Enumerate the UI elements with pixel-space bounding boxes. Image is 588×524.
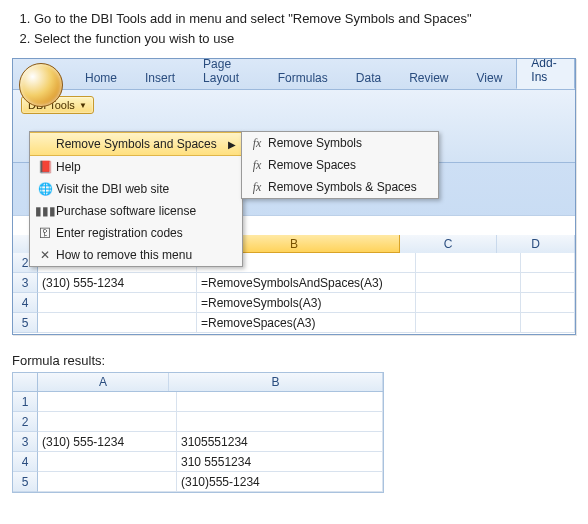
submenu-item-label: Remove Spaces bbox=[268, 158, 356, 172]
row-header[interactable]: 4 bbox=[13, 452, 38, 472]
cell[interactable] bbox=[521, 253, 575, 273]
tab-insert[interactable]: Insert bbox=[131, 66, 189, 89]
cell[interactable]: (310)555-1234 bbox=[177, 472, 383, 492]
instruction-step-1: Go to the DBI Tools add in menu and sele… bbox=[34, 10, 576, 28]
cell[interactable] bbox=[38, 452, 177, 472]
cell[interactable]: (310) 555-1234 bbox=[38, 273, 197, 293]
tab-review[interactable]: Review bbox=[395, 66, 462, 89]
submenu-remove-spaces[interactable]: fx Remove Spaces bbox=[242, 154, 438, 176]
instruction-step-2: Select the function you wish to use bbox=[34, 30, 576, 48]
cell[interactable] bbox=[521, 273, 575, 293]
col-header-c[interactable]: C bbox=[400, 235, 497, 253]
table-row: 4 =RemoveSymbols(A3) bbox=[13, 293, 575, 313]
submenu-item-label: Remove Symbols bbox=[268, 136, 362, 150]
cell[interactable] bbox=[38, 313, 197, 333]
cell[interactable]: 310 5551234 bbox=[177, 452, 383, 472]
tab-data[interactable]: Data bbox=[342, 66, 395, 89]
menu-item-label: Remove Symbols and Spaces bbox=[56, 137, 217, 151]
results-heading: Formula results: bbox=[12, 353, 576, 368]
table-row: 1 bbox=[13, 392, 383, 412]
tab-view[interactable]: View bbox=[463, 66, 517, 89]
menu-remove-symbols-spaces[interactable]: Remove Symbols and Spaces ▶ bbox=[30, 132, 242, 156]
menu-enter-codes[interactable]: ⚿ Enter registration codes bbox=[30, 222, 242, 244]
close-icon: ✕ bbox=[34, 248, 56, 262]
table-row: 2 bbox=[13, 412, 383, 432]
globe-icon: 🌐 bbox=[34, 182, 56, 196]
submenu-remove-symbols[interactable]: fx Remove Symbols bbox=[242, 132, 438, 154]
fx-icon: fx bbox=[246, 136, 268, 151]
remove-submenu: fx Remove Symbols fx Remove Spaces fx Re… bbox=[241, 131, 439, 199]
column-headers: A B bbox=[13, 373, 383, 392]
cell[interactable] bbox=[177, 412, 383, 432]
fx-icon: fx bbox=[246, 158, 268, 173]
menu-item-label: Visit the DBI web site bbox=[56, 182, 169, 196]
cell[interactable] bbox=[416, 313, 521, 333]
cell[interactable] bbox=[416, 293, 521, 313]
cell[interactable] bbox=[38, 472, 177, 492]
excel-window: Home Insert Page Layout Formulas Data Re… bbox=[12, 58, 576, 335]
cell[interactable]: (310) 555-1234 bbox=[38, 432, 177, 452]
col-header-d[interactable]: D bbox=[497, 235, 575, 253]
cell[interactable] bbox=[416, 273, 521, 293]
row-header[interactable]: 3 bbox=[13, 432, 38, 452]
cell[interactable] bbox=[38, 392, 177, 412]
tab-home[interactable]: Home bbox=[71, 66, 131, 89]
results-grid: A B 1 2 3 (310) 555-1234 3105551234 4 31… bbox=[12, 372, 384, 493]
row-header[interactable]: 4 bbox=[13, 293, 38, 313]
barcode-icon: ▮▮▮ bbox=[34, 204, 56, 218]
key-icon: ⚿ bbox=[34, 226, 56, 240]
submenu-arrow-icon: ▶ bbox=[228, 139, 236, 150]
cell[interactable] bbox=[38, 412, 177, 432]
cell[interactable]: =RemoveSymbolsAndSpaces(A3) bbox=[197, 273, 416, 293]
table-row: 5 =RemoveSpaces(A3) bbox=[13, 313, 575, 333]
cell[interactable]: 3105551234 bbox=[177, 432, 383, 452]
col-header-a[interactable]: A bbox=[38, 373, 169, 391]
fx-icon: fx bbox=[246, 180, 268, 195]
row-header[interactable]: 5 bbox=[13, 313, 38, 333]
menu-item-label: Help bbox=[56, 160, 81, 174]
tab-page-layout[interactable]: Page Layout bbox=[189, 58, 264, 89]
menu-item-label: Purchase software license bbox=[56, 204, 196, 218]
instructions-list: Go to the DBI Tools add in menu and sele… bbox=[12, 10, 576, 48]
select-all-corner[interactable] bbox=[13, 373, 38, 391]
dbi-tools-menu: Remove Symbols and Spaces ▶ 📕 Help 🌐 Vis… bbox=[29, 131, 243, 267]
ribbon-tabs: Home Insert Page Layout Formulas Data Re… bbox=[13, 59, 575, 90]
chevron-down-icon: ▼ bbox=[79, 101, 87, 110]
cell[interactable] bbox=[177, 392, 383, 412]
row-header[interactable]: 1 bbox=[13, 392, 38, 412]
tab-add-ins[interactable]: Add-Ins bbox=[516, 58, 575, 89]
table-row: 3 (310) 555-1234 3105551234 bbox=[13, 432, 383, 452]
menu-visit-site[interactable]: 🌐 Visit the DBI web site bbox=[30, 178, 242, 200]
cell[interactable] bbox=[521, 293, 575, 313]
submenu-item-label: Remove Symbols & Spaces bbox=[268, 180, 417, 194]
row-header[interactable]: 5 bbox=[13, 472, 38, 492]
submenu-remove-symbols-spaces[interactable]: fx Remove Symbols & Spaces bbox=[242, 176, 438, 198]
menu-how-to-remove[interactable]: ✕ How to remove this menu bbox=[30, 244, 242, 266]
cell[interactable] bbox=[416, 253, 521, 273]
table-row: 5 (310)555-1234 bbox=[13, 472, 383, 492]
cell[interactable] bbox=[521, 313, 575, 333]
table-row: 3 (310) 555-1234 =RemoveSymbolsAndSpaces… bbox=[13, 273, 575, 293]
cell[interactable]: =RemoveSymbols(A3) bbox=[197, 293, 416, 313]
table-row: 4 310 5551234 bbox=[13, 452, 383, 472]
menu-help[interactable]: 📕 Help bbox=[30, 156, 242, 178]
row-header[interactable]: 3 bbox=[13, 273, 38, 293]
menu-purchase[interactable]: ▮▮▮ Purchase software license bbox=[30, 200, 242, 222]
menu-item-label: How to remove this menu bbox=[56, 248, 192, 262]
tab-formulas[interactable]: Formulas bbox=[264, 66, 342, 89]
cell[interactable] bbox=[38, 293, 197, 313]
menu-item-label: Enter registration codes bbox=[56, 226, 183, 240]
help-icon: 📕 bbox=[34, 160, 56, 174]
cell[interactable]: =RemoveSpaces(A3) bbox=[197, 313, 416, 333]
row-header[interactable]: 2 bbox=[13, 412, 38, 432]
col-header-b[interactable]: B bbox=[169, 373, 383, 391]
